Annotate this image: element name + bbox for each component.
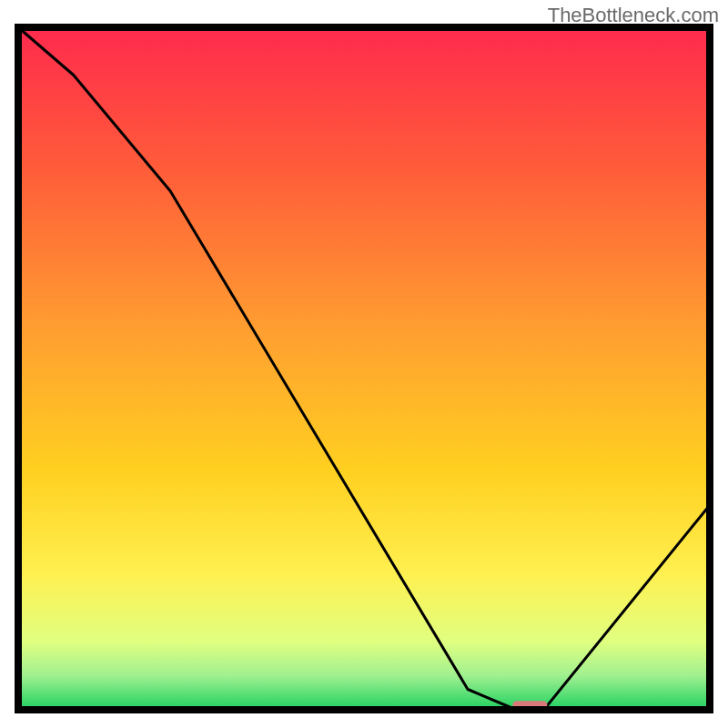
watermark-text: TheBottleneck.com (548, 4, 719, 27)
bottleneck-chart: TheBottleneck.com (0, 0, 728, 728)
plot-background (18, 27, 710, 710)
chart-svg (0, 0, 728, 728)
